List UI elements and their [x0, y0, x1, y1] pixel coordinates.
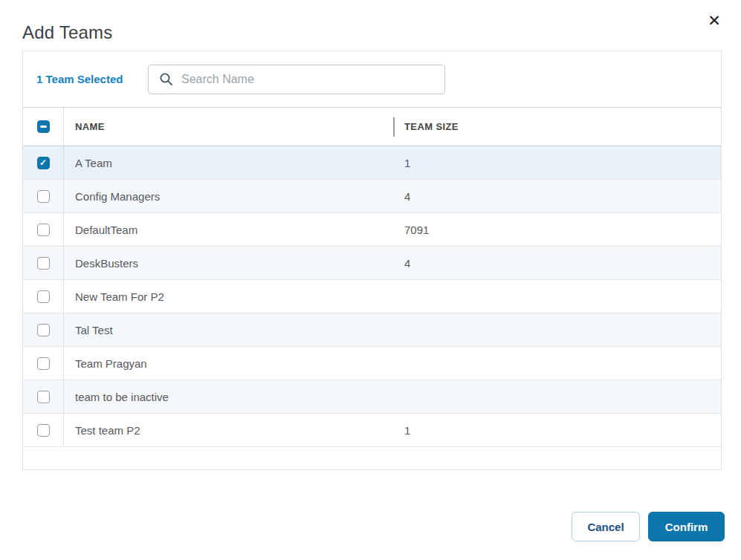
table-row[interactable]: Tal Test [23, 313, 721, 347]
team-name-cell: DefaultTeam [64, 224, 393, 236]
row-checkbox[interactable] [37, 190, 50, 203]
team-size-cell: 7091 [393, 224, 721, 236]
row-checkbox-cell [23, 247, 64, 279]
toolbar: 1 Team Selected [23, 51, 721, 107]
teams-table: NAME TEAM SIZE ✓ A Team 1 Config Manager… [23, 107, 721, 472]
table-row[interactable]: Config Managers 4 [23, 180, 721, 213]
table-row[interactable]: DefaultTeam 7091 [23, 213, 721, 247]
row-checkbox[interactable] [37, 257, 50, 270]
page-title: Add Teams [22, 22, 112, 43]
column-header-name[interactable]: NAME [64, 121, 393, 132]
table-footer [23, 447, 721, 472]
team-name-cell: Test team P2 [64, 424, 393, 437]
add-teams-panel: 1 Team Selected NAME TEAM SIZE [22, 51, 722, 470]
team-name-cell: team to be inactive [64, 391, 393, 403]
column-divider [393, 117, 395, 137]
team-size-cell: 1 [393, 424, 721, 437]
modal-footer: Cancel Confirm [572, 512, 725, 541]
check-icon: ✓ [39, 158, 47, 167]
close-icon[interactable]: ✕ [705, 11, 724, 30]
cancel-button[interactable]: Cancel [572, 512, 640, 541]
team-size-cell: 1 [393, 157, 721, 169]
row-checkbox-cell [23, 180, 64, 212]
team-name-cell: New Team For P2 [64, 290, 393, 303]
row-checkbox[interactable] [37, 357, 50, 370]
selected-count-label: 1 Team Selected [36, 73, 148, 85]
indeterminate-mark-icon [40, 126, 47, 128]
search-box [148, 65, 445, 94]
row-checkbox-cell [23, 313, 64, 346]
row-checkbox[interactable] [37, 290, 50, 303]
team-name-cell: A Team [64, 157, 393, 169]
table-header-row: NAME TEAM SIZE [23, 108, 721, 146]
team-name-cell: DeskBusters [64, 257, 393, 270]
confirm-button[interactable]: Confirm [648, 512, 725, 541]
team-size-cell: 4 [393, 190, 721, 203]
table-row[interactable]: New Team For P2 [23, 280, 721, 313]
row-checkbox[interactable] [37, 224, 50, 236]
team-size-cell: 4 [393, 257, 721, 270]
row-checkbox[interactable]: ✓ [37, 157, 50, 169]
row-checkbox[interactable] [37, 424, 50, 437]
row-checkbox-cell [23, 213, 64, 246]
team-name-cell: Config Managers [64, 190, 393, 203]
row-checkbox[interactable] [37, 324, 50, 336]
table-row[interactable]: team to be inactive [23, 380, 721, 414]
table-row[interactable]: DeskBusters 4 [23, 247, 721, 280]
row-checkbox[interactable] [37, 391, 50, 403]
row-checkbox-cell [23, 414, 64, 446]
table-row[interactable]: ✓ A Team 1 [23, 146, 721, 180]
row-checkbox-cell [23, 347, 64, 380]
row-checkbox-cell: ✓ [23, 146, 64, 179]
select-all-checkbox[interactable] [37, 120, 50, 133]
select-all-cell [23, 108, 64, 146]
search-input[interactable] [148, 65, 445, 94]
table-row[interactable]: Test team P2 1 [23, 414, 721, 447]
table-row[interactable]: Team Pragyan [23, 347, 721, 380]
column-header-team-size[interactable]: TEAM SIZE [393, 117, 721, 137]
team-name-cell: Tal Test [64, 324, 393, 336]
row-checkbox-cell [23, 280, 64, 313]
row-checkbox-cell [23, 380, 64, 413]
table-body: ✓ A Team 1 Config Managers 4 DefaultTeam… [23, 146, 721, 447]
team-name-cell: Team Pragyan [64, 357, 393, 370]
